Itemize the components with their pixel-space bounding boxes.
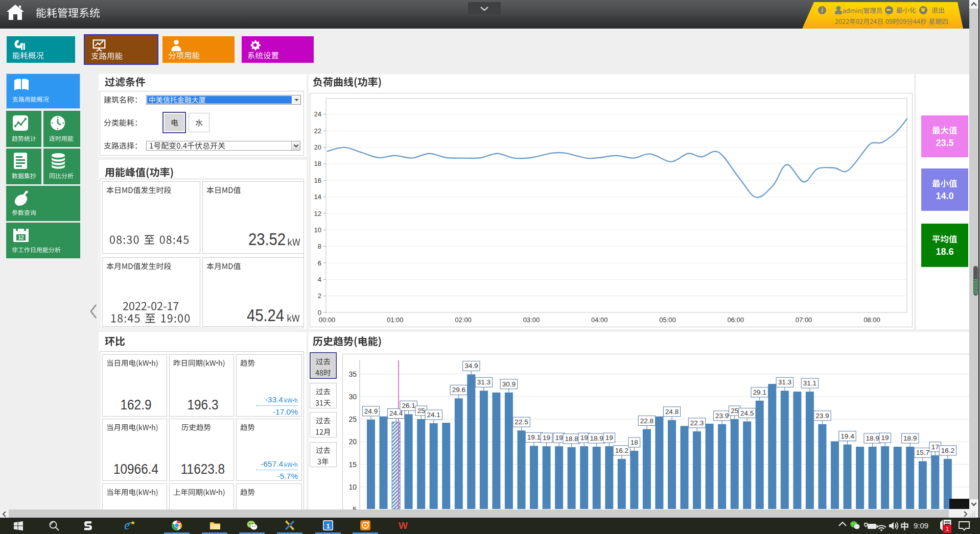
svg-text:1: 1 (326, 522, 330, 530)
svg-text:e: e (124, 518, 130, 532)
svg-text:W: W (399, 520, 408, 531)
